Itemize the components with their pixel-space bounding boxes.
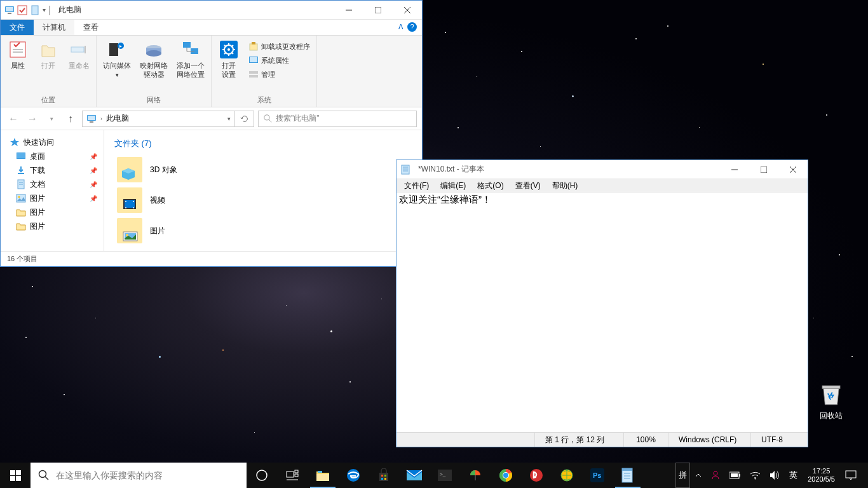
- svg-rect-99: [739, 474, 740, 477]
- ime-language[interactable]: 英: [785, 463, 801, 488]
- close-button[interactable]: [393, 1, 422, 19]
- up-button[interactable]: ↑: [63, 111, 78, 126]
- address-field[interactable]: › 此电脑 ▾: [82, 111, 235, 127]
- nav-downloads[interactable]: 下载📌: [1, 163, 104, 177]
- notepad-title: *WIN10.txt - 记事本: [414, 164, 720, 175]
- svg-rect-32: [88, 116, 95, 120]
- taskbar-search[interactable]: [31, 463, 247, 488]
- folders-section-header[interactable]: 文件夹 (7): [112, 135, 414, 154]
- recycle-bin[interactable]: 回收站: [807, 381, 855, 421]
- notepad-text-area[interactable]: 欢迎关注“尘缘禅语”！: [397, 193, 808, 432]
- menu-format[interactable]: 格式(O): [472, 180, 508, 192]
- search-field[interactable]: 搜索"此电脑": [258, 111, 417, 127]
- tray-people[interactable]: [707, 463, 724, 488]
- taskbar-photoshop[interactable]: Ps: [582, 463, 613, 488]
- refresh-icon: [240, 114, 249, 123]
- notepad-titlebar[interactable]: *WIN10.txt - 记事本: [397, 160, 808, 179]
- refresh-button[interactable]: [235, 111, 254, 127]
- back-button[interactable]: ←: [6, 111, 21, 126]
- tray-wifi[interactable]: [746, 463, 764, 488]
- nav-documents[interactable]: 文档📌: [1, 177, 104, 191]
- tab-file[interactable]: 文件: [1, 20, 34, 35]
- action-center[interactable]: [841, 463, 860, 488]
- taskbar-mail[interactable]: [399, 463, 430, 488]
- maximize-button[interactable]: [749, 160, 778, 179]
- tile-videos[interactable]: 视频: [112, 185, 277, 215]
- explorer-title: 此电脑: [55, 4, 334, 15]
- video-folder-icon: [117, 187, 142, 213]
- explorer-titlebar[interactable]: ▾ | 此电脑: [1, 1, 422, 20]
- tray-chevron[interactable]: [691, 463, 705, 488]
- svg-rect-29: [249, 71, 258, 74]
- minimize-button[interactable]: [334, 1, 363, 19]
- recycle-bin-icon: [818, 381, 844, 408]
- taskbar-store[interactable]: [369, 463, 399, 488]
- search-input[interactable]: [56, 470, 239, 480]
- taskbar-terminal[interactable]: >_: [430, 463, 460, 488]
- cortana-button[interactable]: [247, 463, 277, 488]
- menu-edit[interactable]: 编辑(E): [435, 180, 471, 192]
- forward-button[interactable]: →: [25, 111, 40, 126]
- sysprops-icon: [248, 55, 259, 65]
- menu-help[interactable]: 帮助(H): [547, 180, 583, 192]
- open-icon: [38, 39, 58, 60]
- manage-button[interactable]: 管理: [246, 67, 313, 81]
- ribbon-collapse-chevron[interactable]: ᐱ: [398, 23, 403, 31]
- tray-volume[interactable]: [766, 463, 784, 488]
- svg-rect-100: [731, 473, 738, 477]
- system-properties-button[interactable]: 系统属性: [246, 53, 313, 67]
- svg-point-43: [18, 196, 20, 198]
- uninstall-button[interactable]: 卸载或更改程序: [246, 39, 313, 53]
- svg-rect-61: [10, 470, 15, 475]
- menu-view[interactable]: 查看(V): [510, 180, 546, 192]
- minimize-button[interactable]: [720, 160, 749, 179]
- nav-quick-access[interactable]: 快速访问: [1, 135, 104, 149]
- pin-icon: 📌: [90, 181, 97, 188]
- svg-rect-73: [318, 471, 322, 473]
- navigation-pane: 快速访问 桌面📌 下载📌 文档📌 图片📌 图片: [1, 130, 104, 251]
- notepad-window: *WIN10.txt - 记事本 文件(F) 编辑(E) 格式(O) 查看(V)…: [396, 159, 808, 447]
- taskbar-explorer[interactable]: [308, 463, 338, 488]
- clock[interactable]: 17:25 2020/5/5: [803, 467, 840, 484]
- properties-button[interactable]: 属性: [4, 38, 31, 70]
- nav-desktop[interactable]: 桌面📌: [1, 149, 104, 163]
- start-button[interactable]: [0, 463, 31, 488]
- explorer-icon: [315, 468, 330, 482]
- tile-pictures[interactable]: 图片: [112, 215, 277, 246]
- taskbar-app-1[interactable]: [460, 463, 491, 488]
- taskbar-chrome[interactable]: [491, 463, 521, 488]
- taskview-icon: [286, 470, 299, 481]
- section-collapse-icon[interactable]: ⌄: [104, 130, 105, 142]
- tile-3d-objects[interactable]: 3D 对象: [112, 154, 277, 185]
- svg-rect-25: [250, 44, 257, 50]
- maximize-button[interactable]: [363, 1, 393, 19]
- nav-pictures-2[interactable]: 图片: [1, 205, 104, 219]
- tab-view[interactable]: 查看: [74, 20, 107, 35]
- taskbar-psiphon[interactable]: [521, 463, 552, 488]
- svg-rect-7: [375, 7, 381, 13]
- task-view-button[interactable]: [277, 463, 308, 488]
- svg-point-24: [227, 48, 230, 51]
- access-media-button[interactable]: 访问媒体▾: [100, 38, 133, 79]
- map-drive-button[interactable]: 映射网络 驱动器: [137, 38, 170, 79]
- close-button[interactable]: [778, 160, 808, 179]
- taskbar-notepad[interactable]: [613, 463, 643, 488]
- svg-point-97: [714, 471, 717, 475]
- taskbar-app-2[interactable]: [552, 463, 582, 488]
- taskbar-edge[interactable]: [338, 463, 369, 488]
- tray-battery[interactable]: [726, 463, 745, 488]
- recent-dropdown[interactable]: ▾: [44, 111, 59, 126]
- add-network-location-button[interactable]: 添加一个 网络位置: [174, 38, 207, 79]
- nav-pictures-3[interactable]: 图片: [1, 219, 104, 233]
- windows-logo-icon: [10, 470, 21, 481]
- nav-pictures[interactable]: 图片📌: [1, 191, 104, 205]
- svg-rect-13: [71, 47, 84, 52]
- help-icon[interactable]: ?: [407, 22, 417, 32]
- menu-file[interactable]: 文件(F): [399, 180, 434, 192]
- open-settings-button[interactable]: 打开 设置: [215, 38, 242, 79]
- tab-computer[interactable]: 计算机: [34, 20, 74, 35]
- folder-icon: [16, 221, 26, 231]
- pin-icon: 📌: [90, 167, 97, 174]
- document-icon: [30, 5, 40, 15]
- ime-indicator[interactable]: 拼: [675, 463, 690, 488]
